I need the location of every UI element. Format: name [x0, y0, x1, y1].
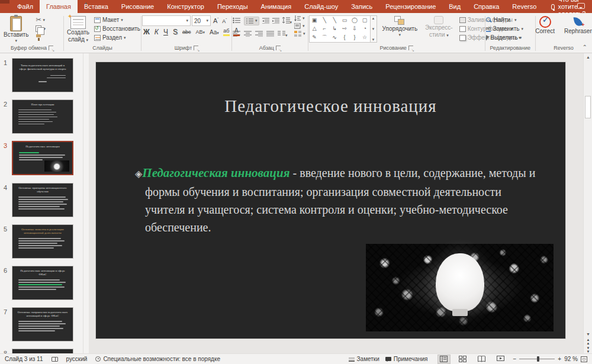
format-painter-button[interactable] [36, 34, 46, 41]
shape-line-icon[interactable]: ╲ [323, 18, 326, 23]
current-slide[interactable]: Педагогическое инновация ◈Педагогическая… [96, 62, 565, 339]
slide-body-text[interactable]: ◈Педагогическая инновация - введение нов… [135, 164, 542, 236]
shape-freeform-icon[interactable]: ✎ [312, 35, 317, 40]
thumbnail-slide-4[interactable]: Основные принципы инновационного обучени… [12, 183, 73, 217]
slideshow-view-button[interactable] [494, 355, 507, 364]
tab-review[interactable]: Рецензирование [379, 0, 442, 13]
paragraph-dialog-launcher[interactable] [276, 46, 281, 50]
shape-arrow-right-icon[interactable]: ⇨ [342, 26, 347, 31]
thumbnail-scrollbar[interactable] [83, 53, 89, 353]
text-shadow-button[interactable]: S [172, 28, 179, 36]
char-spacing-button[interactable]: АВ▾ [194, 29, 206, 35]
bullets-button[interactable] [233, 15, 241, 26]
thumbnail-slide-1[interactable]: Типы педагогических инноваций в сфере фи… [12, 58, 73, 92]
layout-button[interactable]: Макет▾ [94, 17, 140, 23]
reverso-rephraser-button[interactable]: Rephraser [562, 15, 592, 36]
previous-slide-button[interactable]: ▲▲ [584, 338, 592, 345]
shapes-gallery[interactable]: ▣╲╲▭◯▢ △⌐↳⇨⇩◔ ✎⌒∿{}☆ [309, 15, 371, 43]
convert-smartart-button[interactable]: ▾ [294, 31, 305, 37]
bold-button[interactable]: Ж [142, 28, 151, 36]
reset-button[interactable]: Восстановить [94, 25, 140, 32]
tab-transitions[interactable]: Переходы [211, 0, 255, 13]
select-button[interactable]: Выделить▾ [486, 34, 523, 41]
shape-elbow-icon[interactable]: ⌐ [323, 26, 326, 31]
shapes-more-icon[interactable]: ▼ [372, 38, 375, 41]
reading-view-button[interactable] [475, 355, 488, 364]
columns-button[interactable]: ▾ [278, 28, 288, 39]
tell-me-search[interactable]: Что вы хотите сделать? [551, 0, 592, 13]
zoom-out-button[interactable]: − [513, 356, 517, 362]
strikethrough-button[interactable]: abc [181, 29, 192, 35]
justify-button[interactable] [266, 28, 274, 39]
paste-button[interactable]: Вставить ▾ [1, 15, 31, 44]
shrink-font-button[interactable]: Аˇ [221, 18, 228, 24]
slide-sorter-view-button[interactable] [456, 355, 469, 364]
spellcheck-button[interactable] [52, 357, 58, 362]
shape-scribble-icon[interactable]: ∿ [332, 35, 337, 40]
numbering-button[interactable]: ▾ [244, 17, 259, 25]
next-slide-button[interactable]: ▼▼ [584, 346, 592, 353]
shape-elbow-arrow-icon[interactable]: ↳ [332, 26, 337, 31]
find-button[interactable]: Найти [486, 17, 523, 23]
shapes-gallery-scroll[interactable]: ▲▼▼ [371, 15, 377, 43]
thumbnail-scroll-up-icon[interactable]: ▲ [83, 0, 89, 6]
shape-rect-icon[interactable]: ▭ [342, 18, 348, 23]
shapes-scroll-down-icon[interactable]: ▼ [372, 27, 375, 31]
align-left-button[interactable] [233, 28, 240, 39]
tab-draw[interactable]: Рисование [115, 0, 160, 13]
scroll-up-icon[interactable]: ▲ [584, 53, 592, 61]
font-name-combo[interactable]: ▾ [142, 15, 191, 26]
grow-font-button[interactable]: Аˆ [212, 17, 220, 24]
highlight-color-button[interactable]: аб [223, 28, 230, 36]
thumbnail-slide-2[interactable]: План презентации [12, 99, 73, 134]
scroll-down-icon[interactable]: ▼ [584, 330, 592, 338]
thumbnail-slide-6[interactable]: Педагогические инновации в сфере ФКиС [12, 266, 73, 300]
collapse-ribbon-button[interactable]: ⌃ [583, 44, 587, 50]
thumbnail-slide-5[interactable]: Основные моменты в реализации инновацион… [12, 224, 73, 259]
font-dialog-launcher[interactable] [194, 46, 198, 50]
shape-oval-icon[interactable]: ◯ [352, 18, 358, 23]
decrease-indent-button[interactable] [262, 15, 269, 26]
zoom-slider-thumb[interactable] [537, 356, 539, 362]
shape-arrow-line-icon[interactable]: ╲ [333, 18, 336, 23]
shapes-scroll-up-icon[interactable]: ▲ [372, 17, 375, 20]
font-size-combo[interactable]: 20▾ [192, 15, 211, 26]
align-right-button[interactable] [255, 28, 263, 39]
thumbnail-slide-7[interactable]: Основные направления педагогических инно… [12, 307, 73, 342]
line-spacing-button[interactable]: ▾ [282, 15, 292, 26]
lightbulb-network-image[interactable] [366, 244, 554, 331]
vertical-scrollbar[interactable]: ▲ ▼ ▲▲ ▼▼ [583, 53, 592, 353]
replace-button[interactable]: abЗаменить▾ [486, 25, 523, 32]
copy-button[interactable]: ▾ [36, 25, 46, 32]
tab-animations[interactable]: Анимация [255, 0, 298, 13]
tab-file[interactable]: Файл [11, 0, 40, 13]
section-button[interactable]: Раздел▾ [94, 34, 140, 41]
reverso-correct-button[interactable]: Correct [533, 15, 557, 36]
align-center-button[interactable] [244, 28, 252, 39]
language-button[interactable]: русский [66, 356, 88, 362]
shape-brace-right-icon[interactable]: } [354, 35, 356, 40]
shape-brace-left-icon[interactable]: { [344, 35, 346, 40]
fit-slide-button[interactable] [581, 356, 587, 362]
shape-star-icon[interactable]: ☆ [362, 35, 367, 40]
increase-indent-button[interactable] [272, 15, 279, 26]
arrange-button[interactable]: Упорядочить ▾ [380, 15, 420, 38]
zoom-percentage[interactable]: 92 % [564, 356, 578, 362]
tab-record[interactable]: Запись [345, 0, 379, 13]
scrollbar-thumb[interactable] [585, 96, 591, 118]
shape-textbox-icon[interactable]: ▣ [312, 18, 317, 23]
tab-view[interactable]: Вид [442, 0, 467, 13]
tab-design[interactable]: Конструктор [160, 0, 211, 13]
cut-button[interactable]: ✂▾ [36, 17, 46, 23]
tab-help[interactable]: Справка [467, 0, 506, 13]
tab-home[interactable]: Главная [40, 0, 78, 13]
new-slide-button[interactable]: Создать слайд ▾ [65, 15, 92, 43]
accessibility-status[interactable]: Специальные возможности: все в порядке [95, 356, 220, 362]
notes-toggle[interactable]: Заметки [349, 356, 379, 362]
align-text-button[interactable]: ▾ [294, 23, 305, 29]
thumbnail-slide-8[interactable] [12, 349, 73, 353]
tab-reverso[interactable]: Reverso [506, 0, 543, 13]
shape-triangle-icon[interactable]: △ [313, 26, 317, 31]
drawing-dialog-launcher[interactable] [408, 46, 413, 50]
italic-button[interactable]: К [153, 28, 160, 36]
